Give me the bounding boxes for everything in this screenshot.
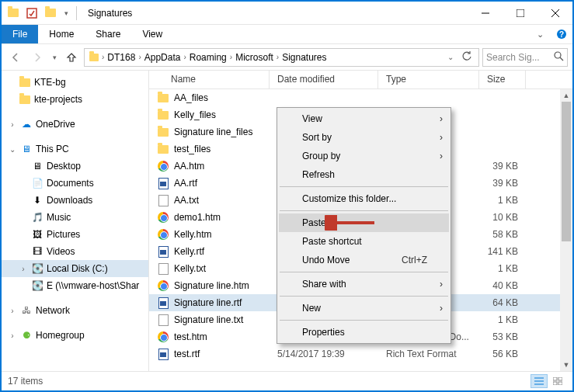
- file-icon: [157, 331, 169, 343]
- chevron-right-icon: ›: [440, 279, 443, 290]
- ctx-share-with[interactable]: Share with›: [279, 275, 449, 293]
- window-title: Signatures: [83, 8, 468, 19]
- tree-item[interactable]: 🖼Pictures: [2, 226, 148, 243]
- file-icon: [157, 297, 169, 309]
- ctx-customize[interactable]: Customize this folder...: [279, 189, 449, 208]
- chevron-right-icon: ›: [440, 303, 443, 314]
- chevron-right-icon: ›: [440, 113, 443, 124]
- back-button[interactable]: [6, 48, 25, 67]
- titlebar: ▾ Signatures: [2, 2, 572, 25]
- close-button[interactable]: [537, 2, 572, 25]
- tab-share[interactable]: Share: [85, 25, 131, 43]
- file-icon: [157, 143, 169, 155]
- tree-item[interactable]: ⬇Downloads: [2, 192, 148, 209]
- ribbon-expand-icon[interactable]: ⌄: [529, 25, 551, 43]
- tree-item-network[interactable]: ›🖧Network: [2, 302, 148, 319]
- search-input[interactable]: Search Sig...: [482, 48, 568, 67]
- tab-file[interactable]: File: [2, 25, 38, 43]
- tree-item-onedrive[interactable]: ›☁OneDrive: [2, 116, 148, 133]
- new-folder-icon[interactable]: [42, 5, 59, 22]
- ctx-properties[interactable]: Properties: [279, 323, 449, 342]
- help-icon[interactable]: ?: [551, 25, 572, 43]
- tree-item[interactable]: KTE-bg: [2, 74, 148, 91]
- up-button[interactable]: [62, 48, 81, 67]
- item-count: 17 items: [8, 376, 43, 387]
- properties-icon[interactable]: [23, 5, 40, 22]
- svg-rect-12: [553, 377, 557, 380]
- forward-button[interactable]: [28, 48, 47, 67]
- file-icon: [157, 109, 169, 121]
- chevron-right-icon: ›: [440, 132, 443, 143]
- navigation-pane: KTE-bg kte-projects ›☁OneDrive ⌄🖥This PC…: [2, 71, 149, 371]
- window-controls: [468, 2, 572, 25]
- scrollbar-thumb[interactable]: [562, 102, 571, 241]
- minimize-button[interactable]: [468, 2, 503, 25]
- ctx-new[interactable]: New›: [279, 299, 449, 317]
- tree-item[interactable]: 🎵Music: [2, 209, 148, 226]
- breadcrumb-segment[interactable]: AppData: [141, 52, 184, 63]
- tab-home[interactable]: Home: [38, 25, 85, 43]
- tree-item[interactable]: 📄Documents: [2, 175, 148, 192]
- svg-rect-0: [27, 9, 37, 18]
- recent-dropdown[interactable]: ▾: [50, 48, 59, 67]
- ctx-groupby[interactable]: Group by›: [279, 147, 449, 165]
- ctx-refresh[interactable]: Refresh: [279, 165, 449, 184]
- column-date[interactable]: Date modified: [270, 71, 378, 88]
- file-row[interactable]: test.rtf5/14/2017 19:39Rich Text Format5…: [149, 345, 572, 363]
- file-icon: [157, 160, 169, 172]
- svg-rect-2: [517, 9, 524, 17]
- column-type[interactable]: Type: [378, 71, 479, 88]
- breadcrumb-segment[interactable]: Roaming: [186, 52, 230, 63]
- file-icon: [157, 194, 169, 206]
- breadcrumb-segment[interactable]: DT168: [104, 52, 138, 63]
- file-icon: [157, 126, 169, 138]
- search-placeholder: Search Sig...: [486, 52, 540, 63]
- breadcrumb[interactable]: › DT168› AppData› Roaming› Microsoft› Si…: [84, 48, 479, 67]
- qat-dropdown-icon[interactable]: ▾: [61, 5, 71, 22]
- refresh-icon[interactable]: [458, 50, 475, 64]
- file-icon: [157, 245, 169, 258]
- scroll-up-icon[interactable]: ▲: [560, 89, 572, 102]
- ctx-undo-move[interactable]: Undo MoveCtrl+Z: [279, 251, 449, 269]
- file-icon: [157, 228, 169, 241]
- tree-item[interactable]: kte-projects: [2, 91, 148, 108]
- tree-item-homegroup[interactable]: ›⚈Homegroup: [2, 327, 148, 344]
- arrow-annotation: [325, 215, 379, 231]
- breadcrumb-segment[interactable]: Microsoft: [232, 52, 277, 63]
- column-name[interactable]: Name: [149, 71, 270, 88]
- tree-item[interactable]: 🖥Desktop: [2, 158, 148, 175]
- search-icon: [554, 51, 564, 64]
- file-icon: [157, 348, 169, 360]
- folder-options-icon[interactable]: [5, 5, 22, 22]
- file-icon: [157, 279, 169, 292]
- chevron-right-icon: ›: [440, 151, 443, 161]
- tree-item-thispc[interactable]: ⌄🖥This PC: [2, 140, 148, 158]
- file-row[interactable]: AA_files: [149, 89, 572, 106]
- tree-item[interactable]: ›💽Local Disk (C:): [2, 260, 148, 277]
- column-headers: Name Date modified Type Size: [149, 71, 572, 89]
- tab-view[interactable]: View: [131, 25, 173, 43]
- tree-item[interactable]: 💽E (\\vmware-host\Shar: [2, 277, 148, 294]
- maximize-button[interactable]: [503, 2, 537, 25]
- file-icon: [157, 314, 169, 326]
- ctx-paste-shortcut[interactable]: Paste shortcut: [279, 232, 449, 251]
- ctx-sortby[interactable]: Sort by›: [279, 128, 449, 147]
- breadcrumb-dropdown-icon[interactable]: ⌄: [444, 53, 457, 61]
- file-icon: [157, 262, 169, 275]
- scroll-down-icon[interactable]: ▼: [560, 359, 572, 371]
- details-view-button[interactable]: [531, 374, 548, 388]
- breadcrumb-segment[interactable]: Signatures: [279, 52, 329, 63]
- file-icon: [157, 211, 169, 224]
- tree-item[interactable]: 🎞Videos: [2, 243, 148, 260]
- statusbar: 17 items: [2, 371, 572, 390]
- file-icon: [157, 177, 169, 189]
- file-icon: [157, 92, 169, 104]
- column-size[interactable]: Size: [479, 71, 526, 88]
- ribbon: File Home Share View ⌄ ?: [2, 25, 572, 44]
- svg-text:?: ?: [559, 30, 564, 39]
- vertical-scrollbar[interactable]: ▲ ▼: [560, 89, 572, 371]
- thumbnails-view-button[interactable]: [549, 374, 566, 388]
- ctx-view[interactable]: View›: [279, 109, 449, 128]
- address-bar: ▾ › DT168› AppData› Roaming› Microsoft› …: [2, 44, 572, 71]
- quick-access-toolbar: ▾: [2, 5, 83, 22]
